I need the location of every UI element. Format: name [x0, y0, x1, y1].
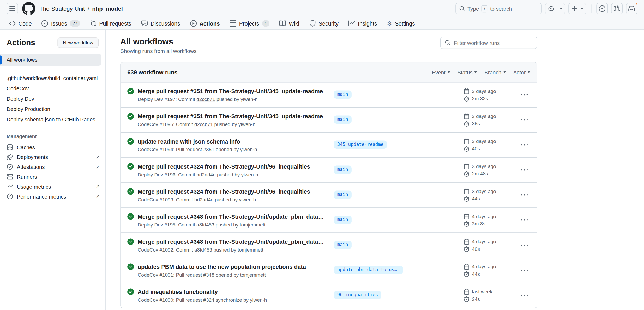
- run-options-kebab[interactable]: [519, 164, 530, 176]
- run-ref-link[interactable]: #351: [203, 147, 214, 152]
- sidebar-item-performance-metrics[interactable]: Performance metrics ↗: [0, 192, 105, 201]
- notifications-inbox-button[interactable]: [626, 3, 637, 14]
- tab-issues[interactable]: Issues 27: [38, 17, 83, 29]
- event-filter-button[interactable]: Event: [432, 69, 450, 75]
- run-options-kebab[interactable]: [519, 189, 530, 201]
- chevron-down-icon: [528, 71, 530, 73]
- run-title-link[interactable]: updates PBM data to use the new populati…: [137, 263, 306, 271]
- branch-badge[interactable]: main: [334, 165, 351, 174]
- tab-projects[interactable]: Projects 1: [226, 17, 273, 29]
- run-duration: 40s: [472, 246, 480, 252]
- tab-pull-requests[interactable]: Pull requests: [87, 17, 135, 29]
- run-options-kebab[interactable]: [519, 290, 530, 301]
- notification-dot: [635, 2, 638, 5]
- sidebar-workflow-item[interactable]: Deploy schema.json to GitHub Pages: [0, 114, 105, 124]
- status-filter-button[interactable]: Status: [457, 69, 477, 75]
- chevron-down-icon: [474, 71, 477, 73]
- run-ref-link[interactable]: a8fd453: [196, 222, 214, 228]
- run-options-kebab[interactable]: [519, 240, 530, 251]
- new-workflow-button[interactable]: New workflow: [57, 37, 98, 48]
- pull-requests-header-button[interactable]: [611, 3, 623, 14]
- run-ref-link[interactable]: d2ccb71: [194, 122, 213, 127]
- stopwatch-icon: [464, 221, 470, 227]
- run-title-link[interactable]: Merge pull request #351 from The-Strateg…: [137, 87, 323, 95]
- success-check-icon: [127, 288, 134, 295]
- sidebar-item-runners[interactable]: Runners: [0, 172, 105, 182]
- sidebar-title: Actions: [7, 38, 35, 47]
- sidebar-workflow-item[interactable]: CodeCov: [0, 84, 105, 94]
- sidebar-item-deployments[interactable]: Deployments ↗: [0, 152, 105, 162]
- hamburger-menu-button[interactable]: [7, 3, 18, 14]
- copilot-icon: [548, 5, 555, 12]
- actor-filter-button[interactable]: Actor: [513, 69, 530, 75]
- run-duration: 38s: [472, 121, 480, 127]
- branch-badge[interactable]: main: [334, 190, 351, 199]
- run-options-kebab[interactable]: [519, 89, 530, 101]
- chevron-down-icon: [448, 71, 450, 73]
- run-title-link[interactable]: Add inequalities functionality: [137, 288, 267, 296]
- run-options-kebab[interactable]: [519, 114, 530, 126]
- breadcrumb-org-link[interactable]: The-Strategy-Unit: [39, 5, 85, 12]
- run-title-link[interactable]: Merge pull request #348 from The-Strateg…: [137, 237, 326, 246]
- breadcrumb-separator: /: [88, 5, 89, 12]
- tab-security[interactable]: Security: [306, 17, 342, 29]
- tab-discussions[interactable]: Discussions: [138, 17, 183, 29]
- issues-count-badge: 27: [70, 20, 80, 27]
- run-options-kebab[interactable]: [519, 214, 530, 226]
- run-title-link[interactable]: Merge pull request #324 from The-Strateg…: [137, 162, 310, 170]
- run-title-link[interactable]: Merge pull request #348 from The-Strateg…: [137, 212, 326, 220]
- run-ref-link[interactable]: a8fd453: [194, 247, 212, 253]
- branch-badge[interactable]: main: [334, 241, 351, 249]
- issue-opened-icon: [41, 20, 48, 27]
- page-title: All workflows: [120, 37, 196, 47]
- sidebar-item-attestations[interactable]: Attestations ↗: [0, 162, 105, 172]
- stopwatch-icon: [464, 171, 470, 177]
- filter-workflow-runs-input[interactable]: [454, 40, 533, 46]
- run-title-link[interactable]: update readme with json schema info: [137, 137, 257, 145]
- run-title-link[interactable]: Merge pull request #351 from The-Strateg…: [137, 112, 323, 120]
- tab-wiki[interactable]: Wiki: [276, 17, 303, 29]
- tab-actions[interactable]: Actions: [187, 17, 223, 29]
- copilot-button[interactable]: [545, 3, 565, 14]
- branch-badge[interactable]: 345_update-readme: [334, 140, 387, 148]
- sidebar-workflow-item[interactable]: Deploy Production: [0, 104, 105, 114]
- kebab-icon: [521, 217, 528, 223]
- create-new-button[interactable]: [568, 3, 586, 14]
- tab-settings[interactable]: ⚙ Settings: [383, 17, 418, 29]
- tab-code[interactable]: Code: [6, 17, 35, 29]
- run-age: 3 days ago: [472, 164, 496, 169]
- sidebar-workflow-item[interactable]: .github/workflows/build_container.yaml: [0, 73, 105, 83]
- sidebar-item-caches[interactable]: Caches: [0, 142, 105, 152]
- repo-tab-nav: Code Issues 27 Pull requests Discussions…: [0, 17, 644, 30]
- success-check-icon: [127, 163, 134, 170]
- sidebar-item-all-workflows[interactable]: All workflows: [0, 54, 101, 66]
- projects-count-badge: 1: [262, 20, 269, 27]
- breadcrumb-repo-link[interactable]: nhp_model: [92, 5, 123, 12]
- run-ref-link[interactable]: #324: [203, 297, 214, 303]
- issues-header-button[interactable]: [596, 3, 608, 14]
- search-icon: [459, 6, 465, 11]
- branch-badge[interactable]: main: [334, 216, 351, 224]
- run-options-kebab[interactable]: [519, 265, 530, 276]
- sidebar-workflow-item[interactable]: Deploy Dev: [0, 94, 105, 104]
- code-icon: [9, 20, 16, 27]
- run-ref-link[interactable]: d2ccb71: [196, 97, 215, 102]
- branch-badge[interactable]: main: [334, 90, 351, 98]
- tab-insights[interactable]: Insights: [345, 17, 380, 29]
- github-logo[interactable]: [22, 2, 35, 15]
- tab-label: Settings: [395, 20, 415, 27]
- branch-badge[interactable]: main: [334, 115, 351, 123]
- run-options-kebab[interactable]: [519, 139, 530, 151]
- run-ref-link[interactable]: bd2ad4e: [196, 172, 216, 177]
- sidebar-item-usage-metrics[interactable]: Usage metrics ↗: [0, 182, 105, 192]
- github-actions-page: The-Strategy-Unit / nhp_model Type / to …: [0, 0, 644, 310]
- tab-label: Wiki: [289, 20, 299, 27]
- branch-filter-button[interactable]: Branch: [484, 69, 506, 75]
- branch-badge[interactable]: 96_inequalities: [334, 291, 381, 299]
- run-subtitle: CodeCov #1092: Commit a8fd453 pushed by …: [137, 247, 326, 253]
- global-search-input[interactable]: Type / to search: [455, 3, 542, 14]
- run-ref-link[interactable]: #348: [203, 272, 214, 278]
- run-ref-link[interactable]: bd2ad4e: [194, 197, 214, 202]
- run-title-link[interactable]: Merge pull request #324 from The-Strateg…: [137, 187, 310, 195]
- branch-badge[interactable]: update_pbm_data_to_use_new_…: [334, 266, 403, 274]
